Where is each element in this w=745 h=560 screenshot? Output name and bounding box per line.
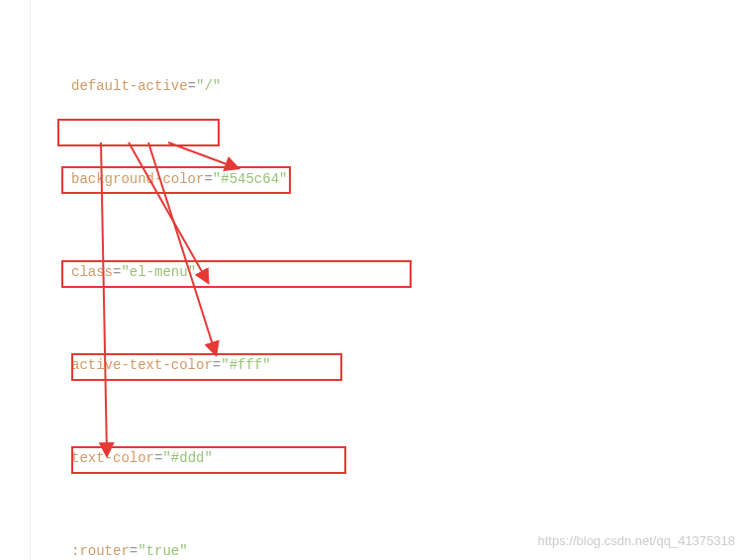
- attr-name: active-text-color: [71, 357, 213, 373]
- attr-name: default-active: [71, 78, 188, 94]
- attr-name: text-color: [71, 450, 154, 466]
- attr-value: "#ddd": [162, 450, 212, 466]
- code-line: background-color="#545c64": [47, 168, 740, 192]
- fold-gutter: [40, 0, 46, 560]
- attr-value: "#545c64": [213, 171, 288, 187]
- code-line: default-active="/": [47, 75, 740, 99]
- attr-name: class: [71, 264, 113, 280]
- attr-name: background-color: [71, 171, 204, 187]
- code-line: text-color="#ddd": [47, 447, 740, 471]
- code-screenshot: default-active="/" background-color="#54…: [0, 0, 745, 560]
- attr-value: "#fff": [221, 357, 270, 373]
- attr-value: "true": [138, 543, 187, 559]
- code-line: :router="true": [47, 540, 740, 561]
- code-line: class="el-menu": [47, 261, 740, 285]
- attr-value: "/": [196, 78, 221, 94]
- attr-value: "el-menu": [121, 264, 196, 280]
- line-gutter: [0, 0, 31, 560]
- code-line: active-text-color="#fff": [47, 354, 740, 378]
- attr-name: :router: [71, 543, 130, 559]
- source-code: default-active="/" background-color="#54…: [47, 5, 740, 560]
